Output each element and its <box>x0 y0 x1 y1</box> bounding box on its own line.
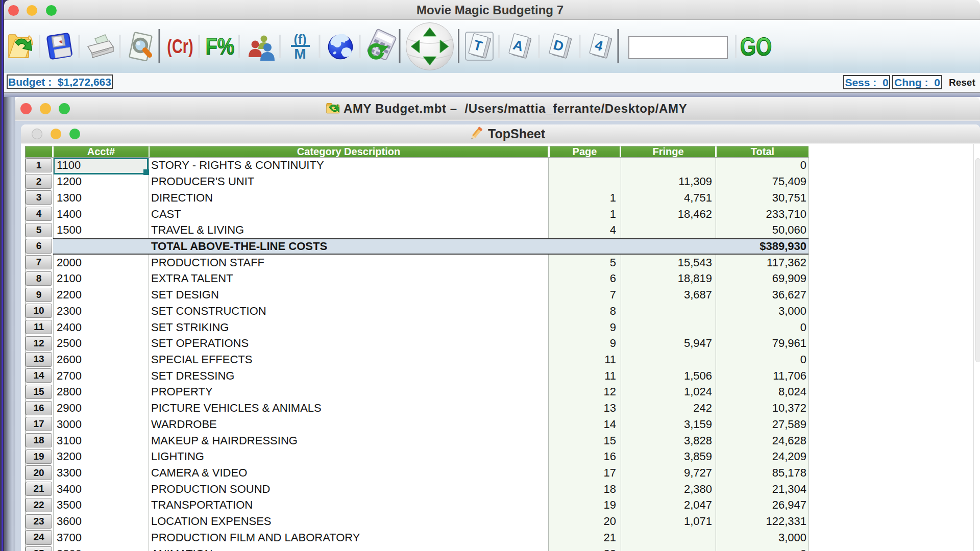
svg-text:M: M <box>294 46 306 62</box>
svg-text:(f): (f) <box>294 32 307 46</box>
svg-text:GO: GO <box>740 33 772 61</box>
svg-text:F%: F% <box>206 33 235 59</box>
svg-text:(Cr): (Cr) <box>167 35 193 57</box>
